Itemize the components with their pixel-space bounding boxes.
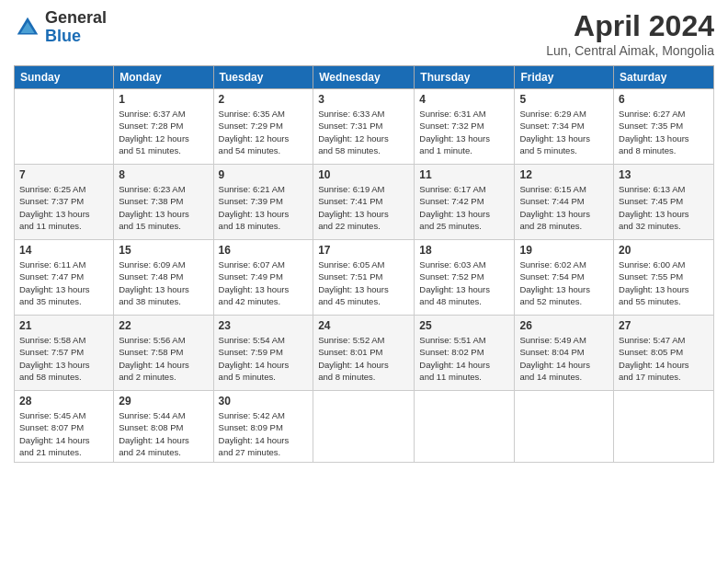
day-number: 14 — [19, 244, 108, 257]
logo: General Blue — [14, 9, 107, 46]
day-number: 28 — [19, 395, 108, 408]
day-cell: 20Sunrise: 6:00 AM Sunset: 7:55 PM Dayli… — [614, 240, 714, 316]
day-number: 5 — [519, 93, 609, 106]
day-number: 7 — [19, 168, 108, 181]
day-cell: 27Sunrise: 5:47 AM Sunset: 8:05 PM Dayli… — [614, 316, 714, 391]
day-detail: Sunrise: 5:52 AM Sunset: 8:01 PM Dayligh… — [318, 334, 409, 383]
day-number: 22 — [119, 319, 208, 332]
logo-blue: Blue — [45, 28, 107, 46]
day-cell: 22Sunrise: 5:56 AM Sunset: 7:58 PM Dayli… — [114, 316, 213, 391]
day-number: 4 — [419, 93, 509, 106]
day-cell: 26Sunrise: 5:49 AM Sunset: 8:04 PM Dayli… — [515, 316, 614, 391]
day-header-sunday: Sunday — [15, 66, 114, 89]
day-number: 8 — [119, 168, 208, 181]
calendar: SundayMondayTuesdayWednesdayThursdayFrid… — [14, 65, 714, 463]
day-cell: 1Sunrise: 6:37 AM Sunset: 7:28 PM Daylig… — [114, 89, 213, 165]
day-cell: 15Sunrise: 6:09 AM Sunset: 7:48 PM Dayli… — [114, 240, 213, 316]
page: General Blue April 2024 Lun, Central Aim… — [0, 0, 728, 563]
week-row-5: 28Sunrise: 5:45 AM Sunset: 8:07 PM Dayli… — [15, 391, 714, 463]
subtitle: Lun, Central Aimak, Mongolia — [546, 43, 714, 58]
day-detail: Sunrise: 6:21 AM Sunset: 7:39 PM Dayligh… — [219, 183, 309, 232]
day-cell: 5Sunrise: 6:29 AM Sunset: 7:34 PM Daylig… — [515, 89, 614, 165]
header: General Blue April 2024 Lun, Central Aim… — [14, 9, 714, 58]
day-number: 1 — [119, 93, 208, 106]
day-detail: Sunrise: 6:05 AM Sunset: 7:51 PM Dayligh… — [318, 259, 409, 307]
day-cell — [515, 391, 614, 463]
day-cell: 6Sunrise: 6:27 AM Sunset: 7:35 PM Daylig… — [614, 89, 714, 165]
day-number: 16 — [219, 244, 309, 257]
logo-icon — [14, 14, 41, 41]
week-row-2: 7Sunrise: 6:25 AM Sunset: 7:37 PM Daylig… — [15, 165, 714, 240]
day-cell: 25Sunrise: 5:51 AM Sunset: 8:02 PM Dayli… — [415, 316, 515, 391]
day-detail: Sunrise: 6:00 AM Sunset: 7:55 PM Dayligh… — [619, 259, 709, 307]
day-number: 15 — [119, 244, 208, 257]
day-detail: Sunrise: 5:47 AM Sunset: 8:05 PM Dayligh… — [619, 334, 709, 383]
day-cell: 18Sunrise: 6:03 AM Sunset: 7:52 PM Dayli… — [415, 240, 515, 316]
day-header-monday: Monday — [114, 66, 213, 89]
day-detail: Sunrise: 5:45 AM Sunset: 8:07 PM Dayligh… — [19, 409, 108, 458]
day-cell — [415, 391, 515, 463]
day-header-saturday: Saturday — [614, 66, 714, 89]
day-detail: Sunrise: 6:09 AM Sunset: 7:48 PM Dayligh… — [119, 259, 208, 307]
day-header-thursday: Thursday — [415, 66, 515, 89]
day-cell: 11Sunrise: 6:17 AM Sunset: 7:42 PM Dayli… — [415, 165, 515, 240]
day-detail: Sunrise: 5:51 AM Sunset: 8:02 PM Dayligh… — [419, 334, 509, 383]
day-header-friday: Friday — [515, 66, 614, 89]
day-detail: Sunrise: 5:44 AM Sunset: 8:08 PM Dayligh… — [119, 409, 208, 458]
day-detail: Sunrise: 5:49 AM Sunset: 8:04 PM Dayligh… — [519, 334, 609, 383]
day-number: 24 — [318, 319, 409, 332]
day-number: 19 — [519, 244, 609, 257]
day-cell: 16Sunrise: 6:07 AM Sunset: 7:49 PM Dayli… — [213, 240, 313, 316]
day-number: 27 — [619, 319, 709, 332]
day-detail: Sunrise: 6:13 AM Sunset: 7:45 PM Dayligh… — [619, 183, 709, 232]
day-number: 11 — [419, 168, 509, 181]
day-detail: Sunrise: 6:31 AM Sunset: 7:32 PM Dayligh… — [419, 108, 509, 156]
day-number: 21 — [19, 319, 108, 332]
day-cell: 4Sunrise: 6:31 AM Sunset: 7:32 PM Daylig… — [415, 89, 515, 165]
day-number: 10 — [318, 168, 409, 181]
day-detail: Sunrise: 6:29 AM Sunset: 7:34 PM Dayligh… — [519, 108, 609, 156]
logo-text: General Blue — [45, 9, 107, 46]
day-number: 6 — [619, 93, 709, 106]
day-number: 2 — [219, 93, 309, 106]
day-number: 18 — [419, 244, 509, 257]
day-cell: 24Sunrise: 5:52 AM Sunset: 8:01 PM Dayli… — [313, 316, 415, 391]
logo-general: General — [45, 9, 107, 28]
day-cell — [614, 391, 714, 463]
week-row-4: 21Sunrise: 5:58 AM Sunset: 7:57 PM Dayli… — [15, 316, 714, 391]
day-detail: Sunrise: 6:25 AM Sunset: 7:37 PM Dayligh… — [19, 183, 108, 232]
day-cell: 2Sunrise: 6:35 AM Sunset: 7:29 PM Daylig… — [213, 89, 313, 165]
day-cell: 8Sunrise: 6:23 AM Sunset: 7:38 PM Daylig… — [114, 165, 213, 240]
day-detail: Sunrise: 6:19 AM Sunset: 7:41 PM Dayligh… — [318, 183, 409, 232]
week-row-1: 1Sunrise: 6:37 AM Sunset: 7:28 PM Daylig… — [15, 89, 714, 165]
day-detail: Sunrise: 5:42 AM Sunset: 8:09 PM Dayligh… — [219, 409, 309, 458]
day-number: 30 — [219, 395, 309, 408]
day-number: 3 — [318, 93, 409, 106]
day-cell: 12Sunrise: 6:15 AM Sunset: 7:44 PM Dayli… — [515, 165, 614, 240]
day-number: 29 — [119, 395, 208, 408]
day-cell: 29Sunrise: 5:44 AM Sunset: 8:08 PM Dayli… — [114, 391, 213, 463]
day-cell: 14Sunrise: 6:11 AM Sunset: 7:47 PM Dayli… — [15, 240, 114, 316]
day-detail: Sunrise: 6:11 AM Sunset: 7:47 PM Dayligh… — [19, 259, 108, 307]
day-header-wednesday: Wednesday — [313, 66, 415, 89]
day-cell: 21Sunrise: 5:58 AM Sunset: 7:57 PM Dayli… — [15, 316, 114, 391]
day-detail: Sunrise: 6:27 AM Sunset: 7:35 PM Dayligh… — [619, 108, 709, 156]
main-title: April 2024 — [546, 9, 714, 43]
day-number: 13 — [619, 168, 709, 181]
day-cell: 7Sunrise: 6:25 AM Sunset: 7:37 PM Daylig… — [15, 165, 114, 240]
day-cell: 30Sunrise: 5:42 AM Sunset: 8:09 PM Dayli… — [213, 391, 313, 463]
week-row-3: 14Sunrise: 6:11 AM Sunset: 7:47 PM Dayli… — [15, 240, 714, 316]
day-detail: Sunrise: 5:56 AM Sunset: 7:58 PM Dayligh… — [119, 334, 208, 383]
day-cell: 28Sunrise: 5:45 AM Sunset: 8:07 PM Dayli… — [15, 391, 114, 463]
day-number: 12 — [519, 168, 609, 181]
day-detail: Sunrise: 6:15 AM Sunset: 7:44 PM Dayligh… — [519, 183, 609, 232]
day-cell: 9Sunrise: 6:21 AM Sunset: 7:39 PM Daylig… — [213, 165, 313, 240]
title-block: April 2024 Lun, Central Aimak, Mongolia — [546, 9, 714, 58]
day-number: 23 — [219, 319, 309, 332]
day-detail: Sunrise: 6:33 AM Sunset: 7:31 PM Dayligh… — [318, 108, 409, 156]
day-detail: Sunrise: 6:37 AM Sunset: 7:28 PM Dayligh… — [119, 108, 208, 156]
day-detail: Sunrise: 6:02 AM Sunset: 7:54 PM Dayligh… — [519, 259, 609, 307]
day-cell: 13Sunrise: 6:13 AM Sunset: 7:45 PM Dayli… — [614, 165, 714, 240]
day-detail: Sunrise: 6:23 AM Sunset: 7:38 PM Dayligh… — [119, 183, 208, 232]
day-cell: 23Sunrise: 5:54 AM Sunset: 7:59 PM Dayli… — [213, 316, 313, 391]
